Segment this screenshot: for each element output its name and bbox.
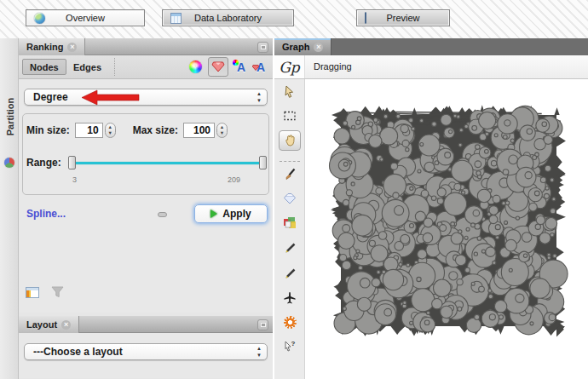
spline-row: Spline... Apply: [19, 204, 273, 225]
graph-tab[interactable]: Graph ×: [274, 38, 331, 55]
red-diamond-icon: [211, 61, 225, 72]
close-icon[interactable]: ×: [61, 320, 71, 330]
select-stepper-icon: ▲▼: [257, 90, 262, 104]
ranking-tab[interactable]: Ranking ×: [19, 38, 85, 55]
rank-attribute-select[interactable]: Degree ▲▼: [24, 89, 268, 106]
graph-content: ?: [274, 79, 588, 379]
small-diamond-icon: [252, 60, 258, 66]
close-icon[interactable]: ×: [67, 43, 77, 52]
maximize-icon[interactable]: [257, 42, 268, 53]
ranking-toolbar: Nodes Edges A A: [19, 55, 273, 79]
min-size-spinner[interactable]: ▲▼: [105, 123, 116, 138]
label-color-icon[interactable]: A: [234, 60, 248, 74]
ranking-bottom-bar: [26, 286, 64, 298]
range-slider[interactable]: [68, 155, 267, 170]
ranking-tabbar: Ranking ×: [19, 38, 273, 55]
nodes-subtab-label: Nodes: [30, 62, 59, 72]
toolbar-separator: [114, 58, 115, 76]
partition-tab[interactable]: Partition: [5, 84, 15, 149]
graph-pane: Graph × Gp Dragging: [274, 38, 588, 379]
gephi-logo: Gp: [274, 55, 305, 78]
max-size-label: Max size:: [133, 124, 178, 136]
color-transform-icon[interactable]: [189, 60, 202, 73]
layout-tab-label: Layout: [26, 319, 57, 330]
drag-tool-button[interactable]: [274, 130, 305, 151]
preview-button[interactable]: Preview: [356, 9, 450, 26]
graph-toolstrip: ?: [274, 79, 305, 379]
graph-canvas[interactable]: [305, 79, 588, 379]
monitor-icon: [365, 13, 377, 23]
globe-icon: [34, 13, 45, 24]
range-slider-max-handle[interactable]: [259, 156, 267, 169]
apply-button[interactable]: Apply: [194, 204, 268, 223]
edges-subtab[interactable]: Edges: [66, 59, 108, 75]
rank-attribute-value: Degree: [33, 91, 68, 103]
table-icon: [170, 13, 182, 24]
select-stepper-icon: ▲▼: [257, 345, 262, 359]
ranking-content: Degree ▲▼ Min size: ▲▼ Max size: ▲▼ Rang…: [19, 79, 273, 313]
partition-pie-icon: [4, 158, 14, 168]
max-size-spinner[interactable]: ▲▼: [216, 123, 228, 138]
rectangle-selection-tool-icon[interactable]: [274, 109, 305, 123]
drag-hand-icon: [279, 130, 301, 151]
graph-canvas-wrap: [305, 79, 588, 379]
edges-subtab-label: Edges: [73, 62, 101, 72]
play-icon: [210, 210, 217, 218]
range-slider-min-handle[interactable]: [68, 156, 76, 169]
size-group-box: Min size: ▲▼ Max size: ▲▼ Range: 3: [22, 113, 269, 195]
left-dock: Partition Ranking × Nodes Edges: [0, 38, 273, 379]
svg-text:?: ?: [291, 340, 296, 347]
layout-tab[interactable]: Layout ×: [19, 316, 79, 333]
min-size-label: Min size:: [26, 124, 70, 136]
painter-tool-icon[interactable]: [274, 168, 305, 181]
layout-chooser-select[interactable]: ---Choose a layout ▲▼: [24, 343, 268, 360]
direct-selection-tool-icon[interactable]: [274, 85, 305, 99]
range-min-value: 3: [72, 175, 77, 184]
layout-content: ---Choose a layout ▲▼: [19, 333, 273, 378]
node-pencil-tool-icon[interactable]: [274, 242, 305, 256]
heatmap-tool-icon[interactable]: [274, 192, 305, 204]
nodes-subtab[interactable]: Nodes: [22, 59, 66, 75]
data-laboratory-button-label: Data Laboratory: [194, 13, 262, 23]
edge-pencil-tool-icon[interactable]: [274, 267, 305, 281]
shortcut-plane-tool-icon[interactable]: [274, 291, 305, 305]
spline-link[interactable]: Spline...: [26, 208, 66, 220]
graph-status-label: Dragging: [314, 61, 352, 72]
label-size-icon[interactable]: A: [254, 60, 268, 74]
graph-tab-label: Graph: [282, 42, 309, 52]
graph-tabbar: Graph ×: [274, 38, 588, 55]
ranking-result-table-icon[interactable]: [26, 287, 39, 298]
auto-apply-icon[interactable]: [158, 212, 167, 217]
data-laboratory-button[interactable]: Data Laboratory: [162, 9, 294, 26]
filter-funnel-icon[interactable]: [51, 286, 64, 298]
preview-button-label: Preview: [386, 13, 419, 23]
workspace-toolbar: Overview Data Laboratory Preview: [0, 0, 588, 38]
maximize-icon[interactable]: [257, 319, 268, 330]
settings-sunburst-icon[interactable]: [274, 316, 305, 329]
layout-tabbar: Layout ×: [19, 316, 273, 333]
close-icon[interactable]: ×: [314, 43, 323, 52]
size-transform-icon[interactable]: [208, 57, 228, 77]
layout-chooser-value: ---Choose a layout: [33, 346, 123, 358]
apply-button-label: Apply: [222, 208, 251, 220]
max-size-input[interactable]: [183, 123, 215, 138]
overview-button[interactable]: Overview: [26, 9, 145, 26]
min-size-input[interactable]: [75, 123, 103, 138]
rainbow-dot-icon: [233, 60, 239, 66]
ranking-panel: Ranking × Nodes Edges A: [19, 38, 273, 313]
layout-panel: Layout × ---Choose a layout ▲▼: [19, 316, 273, 378]
range-slider-track[interactable]: [70, 162, 265, 164]
overview-button-label: Overview: [66, 13, 105, 23]
shortest-path-tool-icon[interactable]: [274, 216, 305, 230]
graph-toolbar: Gp Dragging: [274, 55, 588, 79]
ranking-tab-label: Ranking: [26, 42, 63, 52]
context-help-tool-icon[interactable]: ?: [274, 340, 305, 353]
toolstrip-separator: [280, 161, 300, 162]
range-label: Range:: [26, 157, 61, 169]
range-max-value: 209: [228, 175, 240, 184]
partition-side-strip: Partition: [0, 38, 19, 379]
